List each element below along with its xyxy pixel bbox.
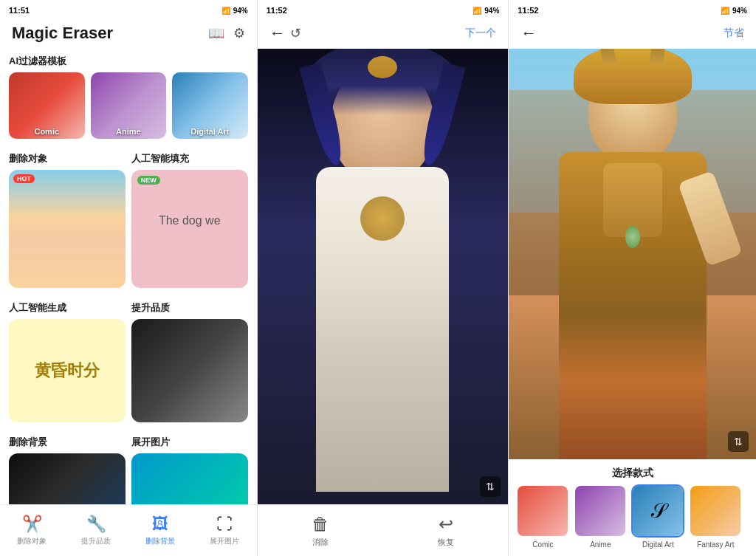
ai-fill-card[interactable]: NEW The dog we	[131, 170, 248, 288]
p2-status-icons: 📶 94%	[472, 7, 499, 15]
nav-item-quality[interactable]: 🔧 提升品质	[64, 515, 128, 546]
ai-gen-card[interactable]: 黄昏时分	[9, 319, 126, 422]
p3-compare-icon[interactable]: ⇅	[728, 431, 749, 452]
p1-status-icons: 📶 94%	[221, 7, 248, 15]
style-name-anime: Anime	[590, 540, 611, 549]
ai-filter-section-label: AI过滤器模板	[9, 55, 248, 68]
quality-card[interactable]	[131, 319, 248, 422]
nav-label-expand: 展开图片	[210, 536, 239, 546]
p2-header-left: ← ↺	[269, 24, 301, 43]
filter-label-anime: Anime	[91, 127, 167, 136]
nav-icon-expand: ⛶	[216, 515, 233, 534]
p3-battery-text: 94%	[732, 7, 747, 15]
p3-status-icons: 📶 94%	[721, 7, 747, 15]
p1-battery-text: 94%	[233, 7, 248, 15]
p3-select-style-label: 选择款式	[509, 459, 756, 484]
ai-gen-text: 黄昏时分	[35, 360, 100, 382]
p2-time: 11:52	[267, 6, 287, 15]
expand-label: 展开图片	[131, 436, 248, 449]
expand-card[interactable]	[131, 453, 248, 504]
p2-bottom-actions: 🗑 消除 ↩ 恢复	[258, 504, 509, 556]
bottom-nav: ✂️ 删除对象 🔧 提升品质 🖼 删除背景 ⛶ 展开图片	[0, 504, 257, 556]
hot-badge: HOT	[13, 174, 35, 183]
panel-1: 11:51 📶 94% Magic Eraser 📖 ⚙ AI过滤器模板 Com…	[0, 0, 257, 556]
p2-erase-icon: 🗑	[312, 514, 329, 535]
p2-erase-button[interactable]: 🗑 消除	[312, 514, 329, 548]
style-name-fantasy: Fantasy Art	[697, 540, 735, 549]
filter-card-anime[interactable]: Anime	[91, 72, 167, 139]
removebg-expand-row: 删除背景 展开图片	[9, 430, 248, 504]
filter-label-comic: Comic	[9, 127, 85, 136]
p2-header: ← ↺ 下一个	[258, 21, 509, 49]
remove-bg-label: 删除背景	[9, 436, 126, 449]
style-name-digital: Digital Art	[642, 540, 674, 549]
p1-header-icons: 📖 ⚙	[208, 25, 245, 41]
p2-signal-icon: 📶	[472, 7, 481, 15]
p3-time: 11:52	[518, 6, 538, 15]
style-name-comic: Comic	[532, 540, 553, 549]
book-icon[interactable]: 📖	[208, 25, 224, 41]
p1-header: Magic Eraser 📖 ⚙	[0, 21, 257, 49]
nav-icon-remove-bg: 🖼	[152, 515, 168, 534]
p3-image-area: ⇅	[509, 49, 756, 459]
ai-gen-label: 人工智能生成	[9, 301, 126, 315]
nav-label-remove-bg: 删除背景	[145, 536, 175, 546]
panel-2: 11:52 📶 94% ← ↺ 下一个	[258, 0, 509, 556]
ai-gen-section: 人工智能生成 黄昏时分	[9, 295, 126, 422]
p2-next-button[interactable]: 下一个	[465, 27, 496, 40]
style-card-anime[interactable]: Anime	[574, 484, 627, 549]
style-thumb-anime	[574, 484, 627, 538]
p2-compare-icon[interactable]: ⇅	[480, 476, 501, 497]
panel-3: 11:52 📶 94% ← 节省	[509, 0, 756, 556]
nav-label-remove-obj: 删除对象	[17, 536, 47, 546]
quality-label: 提升品质	[131, 301, 248, 315]
p2-restore-button[interactable]: ↩ 恢复	[438, 514, 454, 548]
filter-card-digital[interactable]: Digital Art	[172, 72, 248, 139]
p2-erase-label: 消除	[312, 537, 329, 548]
p3-style-row: Comic Anime 𝒮 Digital Art Fantasy Art	[509, 484, 756, 556]
remove-aifill-row: 删除对象 HOT 人工智能填充 NEW The dog we	[9, 146, 248, 288]
aigen-quality-row: 人工智能生成 黄昏时分 提升品质	[9, 295, 248, 422]
style-card-digital[interactable]: 𝒮 Digital Art	[631, 484, 684, 549]
p3-status-bar: 11:52 📶 94%	[509, 0, 756, 21]
style-card-comic[interactable]: Comic	[516, 484, 569, 549]
p2-restore-icon: ↩	[439, 514, 453, 535]
app-title: Magic Eraser	[12, 24, 113, 43]
p2-refresh-button[interactable]: ↺	[290, 25, 301, 41]
style-card-fantasy[interactable]: Fantasy Art	[689, 484, 742, 549]
ai-fill-text: The dog we	[137, 214, 242, 227]
p2-status-bar: 11:52 📶 94%	[258, 0, 509, 21]
p1-signal-icon: 📶	[221, 7, 230, 15]
ai-filter-row: Comic Anime Digital Art	[9, 72, 248, 139]
p1-status-bar: 11:51 📶 94%	[0, 0, 257, 21]
p1-time: 11:51	[9, 6, 30, 15]
nav-item-remove-bg[interactable]: 🖼 删除背景	[128, 515, 193, 546]
remove-bg-section: 删除背景	[9, 430, 126, 504]
filter-card-comic[interactable]: Comic	[9, 72, 85, 139]
expand-section: 展开图片	[131, 430, 248, 504]
p2-back-button[interactable]: ←	[269, 24, 286, 43]
remove-obj-card[interactable]: HOT	[9, 170, 126, 288]
new-badge: NEW	[137, 176, 160, 185]
nav-icon-quality: 🔧	[86, 515, 106, 534]
quality-section: 提升品质	[131, 295, 248, 422]
remove-obj-section: 删除对象 HOT	[9, 146, 126, 288]
nav-item-expand[interactable]: ⛶ 展开图片	[193, 515, 257, 546]
settings-icon[interactable]: ⚙	[233, 25, 245, 41]
p3-save-button[interactable]: 节省	[724, 27, 744, 40]
p3-signal-icon: 📶	[721, 7, 729, 15]
remove-bg-card[interactable]	[9, 453, 126, 504]
remove-obj-label: 删除对象	[9, 152, 126, 165]
p3-header: ← 节省	[509, 21, 756, 49]
ai-fill-label: 人工智能填充	[131, 152, 248, 165]
filter-label-digital: Digital Art	[172, 127, 248, 136]
ai-fill-section: 人工智能填充 NEW The dog we	[131, 146, 248, 288]
style-thumb-fantasy	[689, 484, 742, 538]
nav-label-quality: 提升品质	[81, 536, 111, 546]
p2-restore-label: 恢复	[438, 537, 454, 548]
nav-icon-remove-obj: ✂️	[22, 515, 42, 534]
p3-back-button[interactable]: ←	[520, 24, 537, 43]
p2-battery-text: 94%	[484, 7, 499, 15]
style-thumb-digital: 𝒮	[631, 484, 684, 538]
nav-item-remove-obj[interactable]: ✂️ 删除对象	[0, 515, 64, 546]
